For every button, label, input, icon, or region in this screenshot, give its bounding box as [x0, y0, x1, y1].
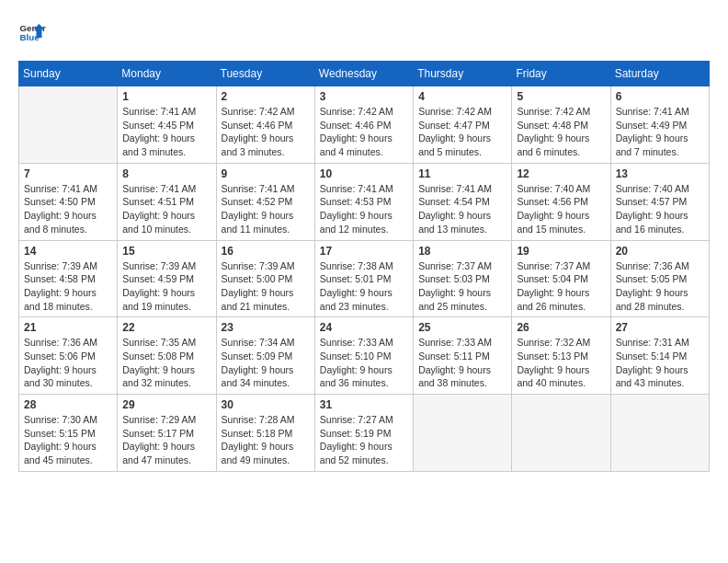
day-number: 21 [24, 321, 112, 334]
day-info: Sunrise: 7:39 AM Sunset: 4:59 PM Dayligh… [122, 259, 210, 314]
calendar-cell [19, 86, 118, 164]
day-info: Sunrise: 7:42 AM Sunset: 4:48 PM Dayligh… [517, 105, 605, 159]
calendar-week-row: 1Sunrise: 7:41 AM Sunset: 4:45 PM Daylig… [19, 86, 710, 164]
day-number: 2 [222, 90, 310, 103]
calendar-week-row: 28Sunrise: 7:30 AM Sunset: 5:15 PM Dayli… [19, 395, 710, 472]
day-number: 13 [616, 167, 704, 180]
day-number: 12 [517, 167, 605, 180]
calendar-week-row: 7Sunrise: 7:41 AM Sunset: 4:50 PM Daylig… [19, 163, 710, 240]
calendar-cell: 18Sunrise: 7:37 AM Sunset: 5:03 PM Dayli… [414, 240, 512, 317]
day-number: 20 [616, 245, 704, 258]
calendar-cell [512, 395, 610, 472]
day-number: 1 [122, 90, 210, 103]
day-number: 3 [320, 90, 408, 103]
logo-icon: General Blue [18, 18, 46, 46]
day-info: Sunrise: 7:40 AM Sunset: 4:56 PM Dayligh… [517, 182, 605, 236]
logo: General Blue [18, 18, 46, 46]
calendar-cell: 14Sunrise: 7:39 AM Sunset: 4:58 PM Dayli… [19, 240, 118, 317]
day-info: Sunrise: 7:41 AM Sunset: 4:51 PM Dayligh… [122, 182, 210, 236]
calendar-cell: 31Sunrise: 7:27 AM Sunset: 5:19 PM Dayli… [314, 395, 413, 472]
day-info: Sunrise: 7:28 AM Sunset: 5:18 PM Dayligh… [222, 413, 310, 467]
day-number: 28 [24, 398, 112, 411]
day-number: 8 [122, 167, 210, 180]
calendar-cell: 5Sunrise: 7:42 AM Sunset: 4:48 PM Daylig… [512, 86, 610, 164]
calendar-cell: 6Sunrise: 7:41 AM Sunset: 4:49 PM Daylig… [610, 86, 709, 164]
day-info: Sunrise: 7:41 AM Sunset: 4:52 PM Dayligh… [222, 182, 310, 236]
calendar-cell: 12Sunrise: 7:40 AM Sunset: 4:56 PM Dayli… [512, 163, 610, 240]
calendar-cell: 19Sunrise: 7:37 AM Sunset: 5:04 PM Dayli… [512, 240, 610, 317]
day-info: Sunrise: 7:29 AM Sunset: 5:17 PM Dayligh… [122, 413, 210, 467]
day-info: Sunrise: 7:33 AM Sunset: 5:11 PM Dayligh… [418, 336, 506, 390]
day-number: 31 [320, 398, 408, 411]
weekday-header-friday: Friday [512, 62, 610, 86]
calendar-cell [610, 395, 709, 472]
day-number: 7 [24, 167, 112, 180]
day-info: Sunrise: 7:41 AM Sunset: 4:53 PM Dayligh… [320, 182, 408, 236]
day-number: 18 [418, 245, 506, 258]
day-info: Sunrise: 7:30 AM Sunset: 5:15 PM Dayligh… [24, 413, 112, 467]
day-number: 14 [24, 245, 112, 258]
day-info: Sunrise: 7:42 AM Sunset: 4:46 PM Dayligh… [222, 105, 310, 159]
day-info: Sunrise: 7:27 AM Sunset: 5:19 PM Dayligh… [320, 413, 408, 467]
calendar-cell: 24Sunrise: 7:33 AM Sunset: 5:10 PM Dayli… [314, 317, 413, 395]
day-info: Sunrise: 7:31 AM Sunset: 5:14 PM Dayligh… [616, 336, 704, 390]
calendar-cell: 15Sunrise: 7:39 AM Sunset: 4:59 PM Dayli… [118, 240, 216, 317]
day-info: Sunrise: 7:40 AM Sunset: 4:57 PM Dayligh… [616, 182, 704, 236]
day-number: 24 [320, 321, 408, 334]
day-info: Sunrise: 7:42 AM Sunset: 4:46 PM Dayligh… [320, 105, 408, 159]
day-number: 19 [517, 245, 605, 258]
calendar-cell: 10Sunrise: 7:41 AM Sunset: 4:53 PM Dayli… [314, 163, 413, 240]
day-number: 16 [222, 245, 310, 258]
calendar-cell: 11Sunrise: 7:41 AM Sunset: 4:54 PM Dayli… [414, 163, 512, 240]
calendar-cell: 7Sunrise: 7:41 AM Sunset: 4:50 PM Daylig… [19, 163, 118, 240]
day-number: 23 [222, 321, 310, 334]
calendar-cell: 4Sunrise: 7:42 AM Sunset: 4:47 PM Daylig… [414, 86, 512, 164]
calendar-cell: 1Sunrise: 7:41 AM Sunset: 4:45 PM Daylig… [118, 86, 216, 164]
day-info: Sunrise: 7:36 AM Sunset: 5:06 PM Dayligh… [24, 336, 112, 390]
calendar-cell: 21Sunrise: 7:36 AM Sunset: 5:06 PM Dayli… [19, 317, 118, 395]
calendar-cell: 26Sunrise: 7:32 AM Sunset: 5:13 PM Dayli… [512, 317, 610, 395]
day-info: Sunrise: 7:37 AM Sunset: 5:03 PM Dayligh… [418, 259, 506, 314]
calendar-cell: 9Sunrise: 7:41 AM Sunset: 4:52 PM Daylig… [216, 163, 314, 240]
day-number: 6 [616, 90, 704, 103]
calendar-cell: 25Sunrise: 7:33 AM Sunset: 5:11 PM Dayli… [414, 317, 512, 395]
day-number: 30 [222, 398, 310, 411]
day-number: 11 [418, 167, 506, 180]
day-info: Sunrise: 7:35 AM Sunset: 5:08 PM Dayligh… [122, 336, 210, 390]
calendar-header-row: SundayMondayTuesdayWednesdayThursdayFrid… [19, 62, 710, 86]
day-info: Sunrise: 7:36 AM Sunset: 5:05 PM Dayligh… [616, 259, 704, 314]
day-info: Sunrise: 7:41 AM Sunset: 4:49 PM Dayligh… [616, 105, 704, 159]
calendar-cell: 2Sunrise: 7:42 AM Sunset: 4:46 PM Daylig… [216, 86, 314, 164]
calendar-cell: 27Sunrise: 7:31 AM Sunset: 5:14 PM Dayli… [610, 317, 709, 395]
calendar-cell: 29Sunrise: 7:29 AM Sunset: 5:17 PM Dayli… [118, 395, 216, 472]
day-number: 10 [320, 167, 408, 180]
calendar-cell: 8Sunrise: 7:41 AM Sunset: 4:51 PM Daylig… [118, 163, 216, 240]
day-info: Sunrise: 7:34 AM Sunset: 5:09 PM Dayligh… [222, 336, 310, 390]
calendar-cell [414, 395, 512, 472]
day-info: Sunrise: 7:41 AM Sunset: 4:50 PM Dayligh… [24, 182, 112, 236]
weekday-header-wednesday: Wednesday [314, 62, 413, 86]
day-number: 27 [616, 321, 704, 334]
calendar-week-row: 14Sunrise: 7:39 AM Sunset: 4:58 PM Dayli… [19, 240, 710, 317]
day-number: 9 [222, 167, 310, 180]
day-number: 17 [320, 245, 408, 258]
day-number: 5 [517, 90, 605, 103]
calendar-cell: 16Sunrise: 7:39 AM Sunset: 5:00 PM Dayli… [216, 240, 314, 317]
calendar-week-row: 21Sunrise: 7:36 AM Sunset: 5:06 PM Dayli… [19, 317, 710, 395]
weekday-header-monday: Monday [118, 62, 216, 86]
weekday-header-thursday: Thursday [414, 62, 512, 86]
day-number: 29 [122, 398, 210, 411]
day-info: Sunrise: 7:42 AM Sunset: 4:47 PM Dayligh… [418, 105, 506, 159]
calendar-cell: 17Sunrise: 7:38 AM Sunset: 5:01 PM Dayli… [314, 240, 413, 317]
weekday-header-saturday: Saturday [610, 62, 709, 86]
day-info: Sunrise: 7:38 AM Sunset: 5:01 PM Dayligh… [320, 259, 408, 314]
calendar-cell: 22Sunrise: 7:35 AM Sunset: 5:08 PM Dayli… [118, 317, 216, 395]
calendar-table: SundayMondayTuesdayWednesdayThursdayFrid… [18, 61, 710, 472]
day-number: 22 [122, 321, 210, 334]
day-number: 25 [418, 321, 506, 334]
calendar-cell: 3Sunrise: 7:42 AM Sunset: 4:46 PM Daylig… [314, 86, 413, 164]
day-info: Sunrise: 7:37 AM Sunset: 5:04 PM Dayligh… [517, 259, 605, 314]
day-info: Sunrise: 7:33 AM Sunset: 5:10 PM Dayligh… [320, 336, 408, 390]
calendar-cell: 23Sunrise: 7:34 AM Sunset: 5:09 PM Dayli… [216, 317, 314, 395]
calendar-cell: 30Sunrise: 7:28 AM Sunset: 5:18 PM Dayli… [216, 395, 314, 472]
